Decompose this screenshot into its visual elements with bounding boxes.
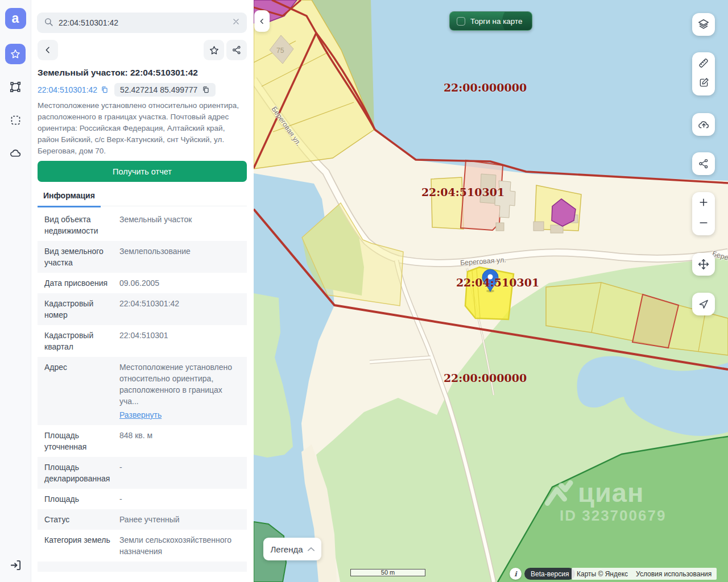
favorite-button[interactable]	[204, 40, 224, 60]
cloud-icon[interactable]	[5, 143, 26, 163]
row-label: Площадь декларированная	[44, 462, 119, 484]
row-value: Ранее учтенный	[119, 514, 247, 525]
table-row: Площадь-	[38, 489, 247, 509]
search-input[interactable]	[59, 18, 227, 27]
measure-edit-group	[692, 52, 715, 95]
ruler-button[interactable]	[697, 57, 710, 72]
row-value: Земли сельскохозяйственного назначения	[119, 534, 247, 557]
coordinates-chip[interactable]: 52.427214 85.499777	[114, 83, 216, 97]
back-button[interactable]	[38, 40, 58, 60]
table-row	[38, 562, 247, 572]
scale-bar: 50 m	[350, 569, 425, 576]
attribution-strip: Карты © Яндекс Условия использования	[572, 568, 717, 580]
zoom-in-button[interactable]	[698, 197, 709, 210]
cadastral-label: 22:04:510301	[421, 186, 504, 198]
upload-button[interactable]	[692, 113, 715, 136]
info-button[interactable]: i	[510, 568, 522, 580]
share-button[interactable]	[226, 40, 247, 60]
terms-link[interactable]: Условия использования	[636, 570, 712, 578]
trades-checkbox[interactable]	[457, 17, 465, 26]
row-value: 22:04:510301	[119, 330, 247, 352]
cadastral-label: 22:00:000000	[444, 81, 527, 94]
info-table: Вид объекта недвижимостиЗемельный участо…	[38, 209, 247, 572]
logout-icon[interactable]	[6, 555, 26, 575]
chips-row: 22:04:510301:42 52.427214 85.499777	[38, 83, 216, 97]
location-arrow-icon	[698, 298, 709, 310]
row-value: 09.06.2005	[119, 277, 247, 289]
beta-badge[interactable]: Beta-версия	[524, 568, 575, 580]
legend-label: Легенда	[270, 544, 303, 554]
layers-icon	[697, 18, 710, 31]
expand-link[interactable]: Развернуть	[119, 409, 162, 421]
table-row: Кадастровый квартал22:04:510301	[38, 325, 247, 357]
building-number-label: 75	[276, 47, 284, 55]
table-row: Площадь декларированная-	[38, 457, 247, 489]
row-label: Кадастровый номер	[44, 298, 119, 321]
copy-icon	[101, 86, 109, 94]
collapse-sidebar-button[interactable]	[254, 10, 270, 32]
row-label: Категория земель	[44, 534, 119, 557]
trades-on-map-button[interactable]: Торги на карте	[449, 11, 532, 31]
search-bar[interactable]	[37, 13, 247, 33]
favorites-star-icon[interactable]	[5, 44, 26, 64]
table-row: Площадь уточненная848 кв. м	[38, 425, 247, 457]
polygon-select-icon[interactable]	[5, 77, 26, 97]
tab-information[interactable]: Информация	[38, 188, 101, 207]
page-title: Земельный участок: 22:04:510301:42	[38, 68, 198, 78]
table-row: АдресМестоположение установлено относите…	[38, 357, 247, 425]
table-row: Вид земельного участкаЗемлепользование	[38, 241, 247, 273]
table-row: Вид объекта недвижимостиЗемельный участо…	[38, 209, 247, 241]
cian-logo-icon	[544, 479, 573, 506]
parcel-sidebar: Земельный участок: 22:04:510301:42 22:04…	[31, 0, 254, 582]
parcel-description: Местоположение установлено относительно …	[38, 100, 248, 157]
row-value: Местоположение установлено относительно …	[119, 361, 247, 421]
row-value: Земельный участок	[119, 214, 247, 236]
layers-button[interactable]	[692, 13, 715, 36]
row-value: -	[119, 462, 247, 484]
table-row: Категория земельЗемли сельскохозяйственн…	[38, 530, 247, 562]
chevron-up-icon	[308, 547, 315, 551]
cadastral-label: 22:04:510301	[456, 276, 539, 289]
table-row: Кадастровый номер22:04:510301:42	[38, 293, 247, 325]
share-map-button[interactable]	[692, 152, 715, 175]
row-value: 22:04:510301:42	[119, 298, 247, 321]
table-row: СтатусРанее учтенный	[38, 509, 247, 530]
search-icon	[44, 17, 53, 29]
get-report-button[interactable]: Получить отчет	[38, 161, 247, 182]
object-toolbar	[38, 40, 247, 60]
row-label: Площадь	[44, 493, 119, 505]
app-logo[interactable]: a	[5, 8, 26, 29]
row-label: Адрес	[44, 361, 119, 421]
app-window: a	[0, 0, 728, 582]
row-label: Статус	[44, 514, 119, 525]
tabs-bar: Информация	[38, 188, 247, 206]
left-icon-rail: a	[0, 0, 31, 582]
row-label: Дата присвоения	[44, 277, 119, 289]
yandex-copyright[interactable]: Карты © Яндекс	[577, 570, 628, 578]
table-row: Дата присвоения09.06.2005	[38, 273, 247, 293]
cian-watermark: циан ID 323700679	[544, 479, 666, 523]
cian-brand: циан	[578, 479, 644, 506]
locate-me-button[interactable]	[692, 293, 715, 315]
zoom-controls	[692, 192, 715, 235]
cloud-upload-icon	[697, 118, 710, 131]
cadastral-label: 22:00:000000	[444, 372, 527, 384]
trades-label: Торги на карте	[470, 17, 523, 26]
pan-button[interactable]	[692, 253, 715, 276]
clear-search-icon[interactable]	[232, 18, 240, 28]
row-label: Кадастровый квартал	[44, 330, 119, 352]
legend-button[interactable]: Легенда	[263, 538, 321, 560]
row-value: 848 кв. м	[119, 430, 247, 452]
row-label: Площадь уточненная	[44, 430, 119, 452]
move-icon	[697, 258, 710, 271]
row-value: -	[119, 493, 247, 505]
cadastral-number-chip[interactable]: 22:04:510301:42	[38, 85, 109, 94]
copy-icon	[202, 86, 210, 94]
map-area[interactable]: 22:00:000000 22:04:510301 22:04:510301 2…	[254, 0, 728, 582]
area-select-icon[interactable]	[5, 110, 26, 130]
cian-id: ID 323700679	[560, 508, 666, 523]
edit-button[interactable]	[698, 77, 710, 91]
row-label: Вид объекта недвижимости	[44, 214, 119, 236]
zoom-out-button[interactable]	[698, 217, 709, 231]
row-label: Вид земельного участка	[44, 246, 119, 268]
